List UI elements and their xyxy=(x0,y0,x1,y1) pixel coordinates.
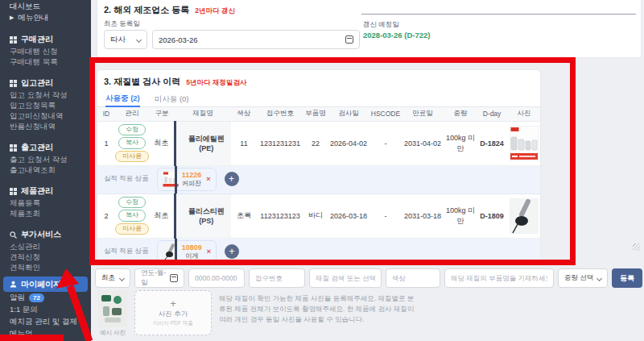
col-photo: 사진 xyxy=(506,107,541,121)
cell-type: 최초 xyxy=(149,121,175,165)
cell-receipt-no: 1123123123 xyxy=(257,193,303,238)
sidebar-item-product-register[interactable]: 제품등록 xyxy=(0,198,91,209)
product-cups-photo[interactable] xyxy=(510,126,539,161)
grid-icon xyxy=(10,80,17,87)
sidebar-item-deposit-payment[interactable]: 예치금 관리 및 결제 xyxy=(0,316,91,328)
cell-weight: 100kg 미만 xyxy=(444,121,477,165)
linked-product-no: 10809 xyxy=(182,243,202,252)
table-header-row: ID 관리 구분 재질명 색상 접수번호 부품명 검사일 HSCODE 만료일 … xyxy=(97,107,541,121)
section2-renewal-notice: 2년마다 갱신 xyxy=(195,6,235,16)
period-input[interactable] xyxy=(188,268,245,288)
sidebar-item-alerts[interactable]: 알림 72 xyxy=(0,292,91,304)
edit-button[interactable]: 수정 xyxy=(118,124,146,135)
set-unused-button[interactable]: 미사용 xyxy=(115,223,149,235)
section2-title: 2. 해외 제조업소 등록 2년마다 갱신 xyxy=(104,4,235,16)
chevron-down-icon xyxy=(119,275,125,281)
company-type-select[interactable]: 타사 xyxy=(104,30,147,49)
cell-material: 폴리에틸렌 (PE) xyxy=(175,121,231,165)
first-registration-date-input[interactable]: 2026-03-26 xyxy=(152,30,360,49)
linked-product-chip[interactable]: 10809 이게 × xyxy=(157,240,217,263)
sidebar-section-outbound[interactable]: 출고관리 xyxy=(0,140,91,155)
tab-in-use[interactable]: 사용중 (2) xyxy=(105,91,140,107)
example-photo-caption: 예시 사진 xyxy=(100,329,126,337)
linked-products-row: 실적 적용 상품 11226 커피잔 × + xyxy=(97,165,541,193)
search-icon xyxy=(10,231,17,239)
remove-linked-product-icon[interactable]: × xyxy=(207,247,211,256)
upload-help-text: 해당 재질이 확인 가능한 제품 사진을 등록해주세요. 재질별로 분류된 제품… xyxy=(219,290,419,337)
add-linked-product-button[interactable]: + xyxy=(225,172,239,186)
tab-unused[interactable]: 미사용 (0) xyxy=(155,91,189,107)
first-registration-label: 최초 등록일 xyxy=(104,19,140,29)
plus-icon: + xyxy=(170,298,176,309)
weight-select[interactable]: 중량 선택 xyxy=(558,268,608,288)
cell-photo xyxy=(506,121,541,165)
col-part: 부품명 xyxy=(303,107,328,121)
tool-handle-photo[interactable] xyxy=(510,198,539,234)
sidebar-item-return-request-list[interactable]: 반품신청내역 xyxy=(0,122,91,132)
sidebar-item-menu-guide[interactable]: ▶ 메뉴안내 xyxy=(0,11,91,24)
alert-count-badge: 72 xyxy=(29,293,44,302)
sidebar-item-outbound-request-write[interactable]: 출고 요청서 작성 xyxy=(0,155,91,165)
sidebar-item-inbound-unrequested[interactable]: 입고미신청내역 xyxy=(0,111,91,122)
cell-hscode: - xyxy=(369,193,402,238)
material-inspection-section: 3. 재질별 검사 이력 5년마다 재정밀검사 사용중 (2) 미사용 (0) … xyxy=(97,69,541,263)
sidebar-section-product[interactable]: 제품관리 xyxy=(0,184,91,198)
copy-button[interactable]: 복사 xyxy=(118,210,146,221)
sidebar-item-quote-check[interactable]: 견적확인 xyxy=(0,263,91,273)
col-expire: 만료일 xyxy=(402,107,444,121)
cell-photo xyxy=(506,193,541,238)
set-unused-button[interactable]: 미사용 xyxy=(115,151,149,162)
cell-weight: 100kg 미만 xyxy=(444,193,477,238)
sidebar-item-purchase-list[interactable]: 구매대행 목록 xyxy=(0,57,91,68)
entry-date-input[interactable]: 연도-월-일 xyxy=(134,268,184,288)
calendar-icon xyxy=(345,35,353,44)
sidebar-item-quote-request[interactable]: 견적신청 xyxy=(0,252,91,263)
grid-icon xyxy=(10,188,17,195)
material-table: ID 관리 구분 재질명 색상 접수번호 부품명 검사일 HSCODE 만료일 … xyxy=(97,107,541,263)
linked-product-thumb xyxy=(163,171,179,187)
renewal-due-label: 갱신 예정일 xyxy=(363,20,399,30)
col-type: 구분 xyxy=(149,107,175,121)
material-search-input[interactable] xyxy=(309,268,382,288)
cell-dday: D-1824 xyxy=(477,121,506,165)
linked-products-label: 실적 적용 상품 xyxy=(104,247,149,256)
color-input[interactable] xyxy=(386,268,440,288)
sidebar-item-sourcing[interactable]: 소싱관리 xyxy=(0,242,91,252)
cell-test-date: 2026-04-02 xyxy=(328,121,369,165)
sidebar-item-product-search[interactable]: 제품조회 xyxy=(0,209,91,219)
add-photo-button[interactable]: + 사진 추가 이미지·PDF 제출 xyxy=(134,290,212,335)
col-color: 색상 xyxy=(231,107,257,121)
sidebar-section-inbound[interactable]: 입고관리 xyxy=(0,76,91,90)
sidebar-item-inquiry[interactable]: 1:1 문의 xyxy=(0,304,91,316)
sidebar-item-inbound-request-list[interactable]: 입고요청목록 xyxy=(0,101,91,111)
chevron-down-icon xyxy=(597,275,602,281)
resize-grip[interactable] xyxy=(633,243,640,251)
edit-button[interactable]: 수정 xyxy=(118,197,146,208)
sidebar-item-inbound-request-write[interactable]: 입고 요청서 작성 xyxy=(0,90,91,101)
chevron-down-icon xyxy=(136,36,142,42)
example-photo xyxy=(98,290,127,327)
linked-product-name: 커피잔 xyxy=(182,180,202,188)
cell-dday: D-1809 xyxy=(477,193,506,238)
cell-expire: 2031-03-18 xyxy=(402,193,444,238)
sidebar-item-outbound-history[interactable]: 출고내역조회 xyxy=(0,165,91,176)
col-receipt-no: 접수번호 xyxy=(257,107,303,121)
linked-product-no: 11226 xyxy=(182,171,202,180)
add-linked-product-button[interactable]: + xyxy=(225,244,239,259)
sidebar-item-dashboard[interactable]: 대시보드 xyxy=(0,0,91,11)
linked-product-chip[interactable]: 11226 커피잔 × xyxy=(157,168,217,190)
sidebar-item-purchase-request[interactable]: 구매대행 신청 xyxy=(0,47,91,57)
sidebar-item-mypage[interactable]: 마이페이지 xyxy=(3,277,88,292)
sidebar-section-extra-services[interactable]: 부가서비스 xyxy=(0,227,91,242)
sidebar: 대시보드 ▶ 메뉴안내 구매관리 구매대행 신청 구매대행 목록 입고관리 입고… xyxy=(0,0,91,341)
receipt-no-input[interactable] xyxy=(249,268,305,288)
entry-type-select[interactable]: 최초 xyxy=(95,268,130,288)
play-icon: ▶ xyxy=(10,15,14,21)
copy-button[interactable]: 복사 xyxy=(118,137,146,148)
remove-linked-product-icon[interactable]: × xyxy=(206,175,210,183)
sidebar-section-purchase[interactable]: 구매관리 xyxy=(0,32,91,47)
cell-id: 2 xyxy=(97,193,115,238)
calendar-icon xyxy=(170,274,178,282)
part-name-input[interactable] xyxy=(444,268,554,288)
submit-button[interactable]: 등록 xyxy=(612,268,642,288)
